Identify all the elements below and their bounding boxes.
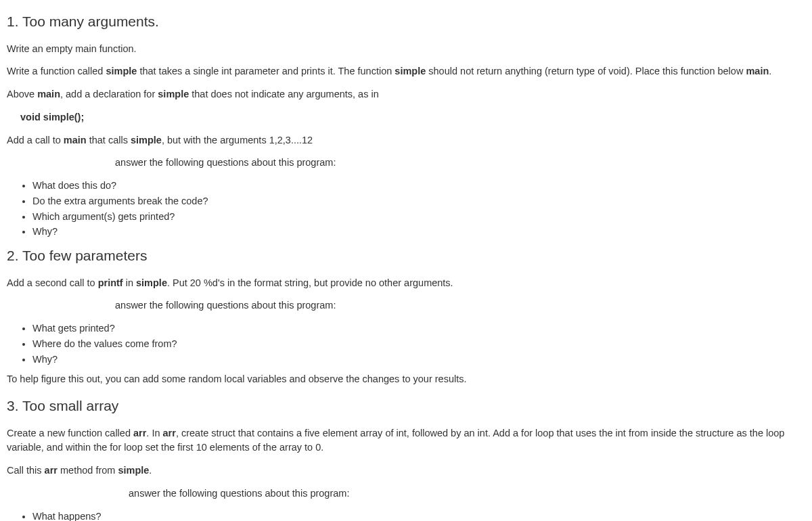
text: that does not indicate any arguments, as…	[189, 89, 379, 99]
list-item: Do the extra arguments break the code?	[32, 194, 805, 209]
text: that calls	[87, 135, 131, 145]
text: that takes a single int parameter and pr…	[137, 66, 394, 76]
text: Create a new function called	[7, 428, 133, 438]
text: in	[123, 277, 136, 288]
bold-simple: simple	[106, 66, 137, 76]
text: .	[769, 66, 771, 76]
bold-simple: simple	[131, 135, 162, 145]
section-2-heading: 2. Too few parameters	[7, 245, 805, 267]
text: method from	[58, 465, 118, 476]
bold-main: main	[64, 135, 87, 145]
section-1-p2: Write a function called simple that take…	[7, 64, 805, 79]
section-1-p1: Write an empty main function.	[7, 42, 805, 57]
bold-printf: printf	[98, 277, 123, 288]
bold-arr: arr	[163, 428, 176, 438]
section-1-questions: What does this do? Do the extra argument…	[7, 179, 805, 240]
section-1-heading: 1. Too many arguments.	[7, 11, 805, 32]
bold-main: main	[746, 66, 769, 76]
section-1-p4: Add a call to main that calls simple, bu…	[7, 133, 805, 148]
bold-main: main	[37, 89, 60, 99]
text: Add a second call to	[7, 277, 98, 288]
section-3-heading: 3. Too small array	[7, 395, 805, 417]
section-2-hint: To help figure this out, you can add som…	[7, 372, 805, 387]
list-item: What gets printed?	[32, 321, 805, 336]
text: Above	[7, 89, 37, 99]
section-3-prompt: answer the following questions about thi…	[7, 486, 805, 501]
section-2-prompt: answer the following questions about thi…	[7, 298, 805, 313]
bold-simple: simple	[136, 277, 167, 288]
text: . Put 20 %d's in the format string, but …	[167, 277, 453, 288]
text: , but with the arguments 1,2,3....12	[162, 135, 313, 145]
section-2-questions: What gets printed? Where do the values c…	[7, 321, 805, 367]
text: .	[149, 465, 152, 476]
list-item: What happens?	[32, 509, 805, 522]
list-item: What does this do?	[32, 179, 805, 194]
list-item: Where do the values come from?	[32, 337, 805, 352]
text: Add a call to	[7, 135, 64, 145]
text: should not return anything (return type …	[426, 66, 746, 76]
section-1-code: void simple();	[7, 110, 805, 125]
text: , add a declaration for	[60, 89, 158, 99]
list-item: Which argument(s) gets printed?	[32, 210, 805, 225]
text: Write a function called	[7, 66, 106, 76]
text: Call this	[7, 465, 45, 476]
section-3-questions: What happens? Why?	[7, 509, 805, 522]
list-item: Why?	[32, 353, 805, 367]
bold-simple: simple	[118, 465, 149, 476]
section-3-p2: Call this arr method from simple.	[7, 463, 805, 478]
bold-simple: simple	[158, 89, 189, 99]
section-1-p3: Above main, add a declaration for simple…	[7, 87, 805, 102]
bold-arr: arr	[45, 465, 58, 476]
bold-arr: arr	[133, 428, 146, 438]
text: . In	[146, 428, 162, 438]
list-item: Why?	[32, 225, 805, 240]
section-1-prompt: answer the following questions about thi…	[7, 156, 805, 171]
section-2-p1: Add a second call to printf in simple. P…	[7, 276, 805, 291]
section-3-p1: Create a new function called arr. In arr…	[7, 426, 805, 456]
bold-simple: simple	[394, 66, 426, 76]
